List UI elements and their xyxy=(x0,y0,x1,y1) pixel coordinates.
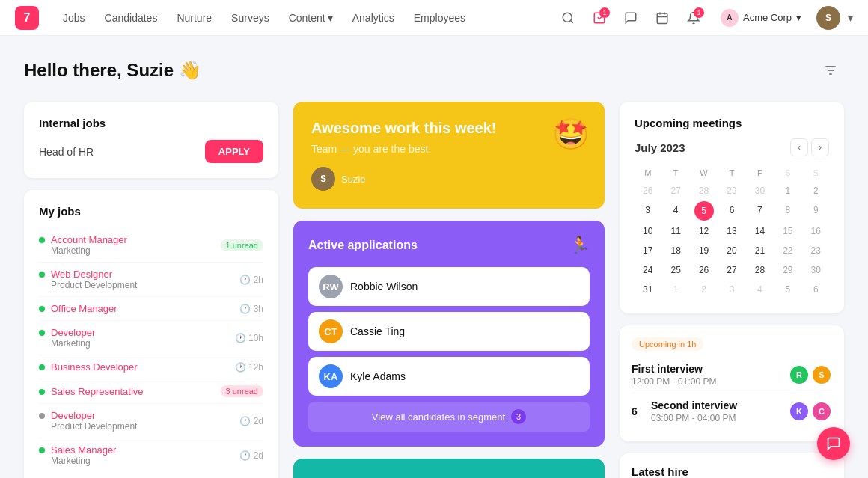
nav-surveys[interactable]: Surveys xyxy=(222,7,278,28)
calendar-day[interactable]: 29 xyxy=(718,182,745,200)
calendar-day[interactable]: 7 xyxy=(747,201,773,221)
calendar-day[interactable]: 10 xyxy=(635,222,661,240)
calendar-day[interactable]: 21 xyxy=(747,242,773,260)
nav-content[interactable]: Content ▾ xyxy=(280,7,342,28)
attendee-avatar: R xyxy=(789,364,810,385)
company-selector[interactable]: A Acme Corp ▾ xyxy=(713,6,809,30)
calendar-day[interactable]: 29 xyxy=(774,261,801,279)
job-item: Sales Representative 3 unread xyxy=(39,379,263,404)
calendar-card: Upcoming meetings July 2023 ‹ › M T W T … xyxy=(620,102,844,313)
calendar-day[interactable]: 5 xyxy=(774,281,801,298)
calendar-day[interactable]: 2 xyxy=(803,182,829,200)
calendar-icon[interactable] xyxy=(650,6,674,30)
job-name[interactable]: Sales Representative xyxy=(51,386,144,397)
calendar-day[interactable]: 4 xyxy=(662,201,688,221)
tasks-badge: 1 xyxy=(599,7,610,18)
awesome-subtitle: Team — you are the best. xyxy=(311,143,587,155)
upcoming-badge: Upcoming in 1h xyxy=(632,337,703,351)
calendar-day[interactable]: 22 xyxy=(774,242,801,260)
tasks-icon[interactable]: 1 xyxy=(587,6,611,30)
calendar-day[interactable]: 9 xyxy=(803,201,829,221)
calendar-day[interactable]: 6 xyxy=(803,281,829,298)
calendar-day[interactable]: 16 xyxy=(803,222,829,240)
job-dept: Product Development xyxy=(51,421,137,432)
notifications-icon[interactable]: 1 xyxy=(682,6,706,30)
candidate-avatar: CT xyxy=(319,319,343,343)
time-label: 🕐 2d xyxy=(239,416,263,426)
job-name[interactable]: Account Manager xyxy=(51,234,127,245)
calendar-day[interactable]: 8 xyxy=(774,201,801,221)
meeting-title: First interview xyxy=(632,363,781,375)
calendar-day[interactable]: 12 xyxy=(691,222,717,240)
calendar-today[interactable]: 5 xyxy=(694,201,714,221)
calendar-day[interactable]: 13 xyxy=(718,222,745,240)
job-name[interactable]: Developer xyxy=(51,410,137,421)
calendar-day[interactable]: 3 xyxy=(718,281,745,298)
day-header: S xyxy=(774,165,801,180)
calendar-day[interactable]: 1 xyxy=(662,281,688,298)
candidate-row[interactable]: RW Robbie Wilson xyxy=(308,267,590,306)
chat-fab-button[interactable] xyxy=(817,427,850,460)
calendar-day[interactable]: 19 xyxy=(691,242,717,260)
job-dept: Marketing xyxy=(51,456,116,466)
time-label: 🕐 12h xyxy=(235,362,263,373)
calendar-month: July 2023 xyxy=(635,141,685,154)
user-avatar[interactable]: S xyxy=(816,6,840,30)
upcoming-meetings-title: Upcoming meetings xyxy=(635,117,829,129)
calendar-day[interactable]: 18 xyxy=(662,242,688,260)
nav-icons: 1 1 A Acme Corp ▾ S ▾ xyxy=(556,6,853,30)
calendar-day[interactable]: 1 xyxy=(774,182,801,200)
calendar-day[interactable]: 24 xyxy=(635,261,661,279)
prev-month-button[interactable]: ‹ xyxy=(790,138,808,156)
calendar-day[interactable]: 2 xyxy=(691,281,717,298)
calendar-day[interactable]: 27 xyxy=(662,182,688,200)
job-name[interactable]: Sales Manager xyxy=(51,444,116,456)
latest-hire-title: Latest hire xyxy=(632,465,832,478)
calendar-day[interactable]: 31 xyxy=(635,281,661,298)
filter-icon[interactable] xyxy=(817,57,844,84)
logo-icon[interactable]: 7 xyxy=(15,6,39,30)
calendar-day[interactable]: 14 xyxy=(747,222,773,240)
my-jobs-title: My jobs xyxy=(39,205,263,218)
calendar-day[interactable]: 17 xyxy=(635,242,661,260)
nav-jobs[interactable]: Jobs xyxy=(54,7,94,28)
nav-links: Jobs Candidates Nurture Surveys Content … xyxy=(54,7,553,28)
nav-analytics[interactable]: Analytics xyxy=(343,7,403,28)
page-title: Hello there, Suzie 👋 xyxy=(24,60,201,81)
job-name[interactable]: Office Manager xyxy=(51,303,117,314)
calendar-day[interactable]: 25 xyxy=(662,261,688,279)
calendar-day[interactable]: 23 xyxy=(803,242,829,260)
job-name[interactable]: Developer xyxy=(51,327,95,338)
calendar-day[interactable]: 26 xyxy=(691,261,717,279)
view-all-button[interactable]: View all candidates in segment 3 xyxy=(308,402,590,432)
apply-button[interactable]: APPLY xyxy=(205,140,263,163)
chat-icon[interactable] xyxy=(619,6,643,30)
user-menu-arrow[interactable]: ▾ xyxy=(848,12,853,24)
calendar-day[interactable]: 30 xyxy=(747,182,773,200)
next-month-button[interactable]: › xyxy=(811,138,829,156)
job-item: Business Developer 🕐 12h xyxy=(39,355,263,379)
candidate-row[interactable]: KA Kyle Adams xyxy=(308,357,590,396)
nav-employees[interactable]: Employees xyxy=(405,7,474,28)
job-name[interactable]: Web Designer xyxy=(51,269,137,280)
calendar-day[interactable]: 28 xyxy=(747,261,773,279)
calendar-day[interactable]: 4 xyxy=(747,281,773,298)
calendar-day[interactable]: 28 xyxy=(691,182,717,200)
calendar-day[interactable]: 11 xyxy=(662,222,688,240)
calendar-day[interactable]: 26 xyxy=(635,182,661,200)
calendar-day[interactable]: 15 xyxy=(774,222,801,240)
job-name[interactable]: Business Developer xyxy=(51,361,138,373)
svg-point-0 xyxy=(563,13,572,22)
candidate-row[interactable]: CT Cassie Ting xyxy=(308,312,590,351)
calendar-day[interactable]: 20 xyxy=(718,242,745,260)
nav-nurture[interactable]: Nurture xyxy=(168,7,221,28)
svg-rect-1 xyxy=(657,13,667,24)
nav-candidates[interactable]: Candidates xyxy=(96,7,167,28)
calendar-day[interactable]: 27 xyxy=(718,261,745,279)
calendar-day[interactable]: 6 xyxy=(718,201,745,221)
company-avatar: A xyxy=(721,9,739,27)
search-icon[interactable] xyxy=(556,6,580,30)
calendar-day[interactable]: 30 xyxy=(803,261,829,279)
dot-icon xyxy=(39,447,45,453)
calendar-day[interactable]: 3 xyxy=(635,201,661,221)
